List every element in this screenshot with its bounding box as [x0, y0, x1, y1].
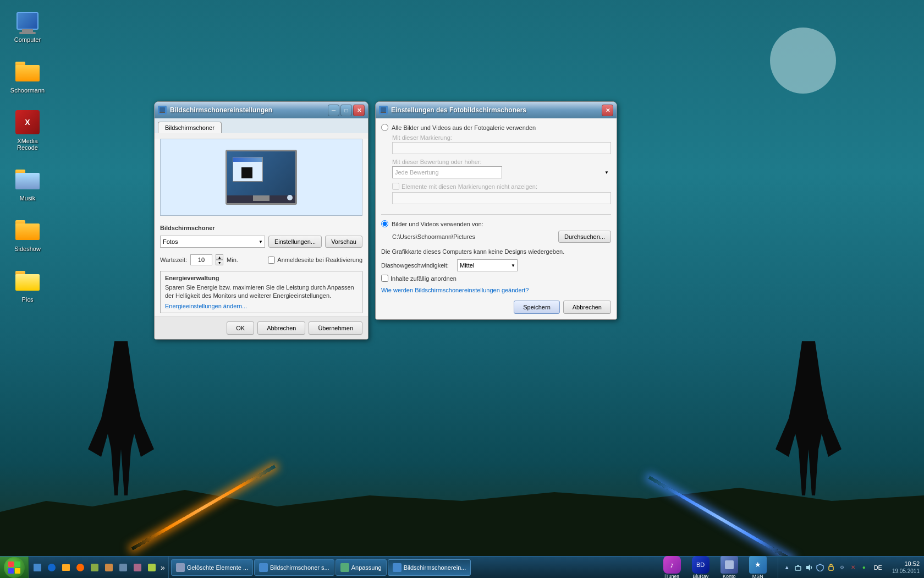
- xmedia-icon-img: X: [14, 109, 41, 135]
- ql-ff-icon[interactable]: [74, 561, 87, 574]
- energy-text: Sparen Sie Energie bzw. maximieren Sie d…: [165, 283, 358, 301]
- photo-cancel-button[interactable]: Abbrechen: [563, 301, 611, 314]
- svg-rect-4: [795, 566, 801, 570]
- exclude-input[interactable]: [392, 192, 611, 204]
- spin-up-button[interactable]: ▲: [216, 254, 223, 260]
- task-ss1-label: Bildschirmschoner s...: [270, 564, 329, 571]
- ql-show-desktop[interactable]: [31, 561, 44, 574]
- exclude-checkbox[interactable]: [392, 183, 399, 190]
- tray-icon1[interactable]: ▲: [783, 563, 791, 572]
- speed-row: Diashowgeschwindigkeit: Langsam Mittel S…: [381, 259, 611, 271]
- desktop-icon-computer[interactable]: Computer: [6, 6, 50, 45]
- rating-select[interactable]: Jede Bewertung: [392, 166, 502, 178]
- radio-folder[interactable]: [381, 220, 388, 227]
- ql-icon7[interactable]: [117, 561, 130, 574]
- task-screensaver1[interactable]: Bildschirmschoner s...: [254, 559, 334, 576]
- shuffle-row: Inhalte zufällig anordnen: [381, 275, 611, 282]
- resume-label: Anmeldeseite bei Reaktivierung: [277, 257, 362, 263]
- save-button[interactable]: Speichern: [514, 301, 560, 314]
- itunes-label: iTunes: [664, 574, 679, 579]
- radio-folder-row: Bilder und Videos verwenden von:: [381, 220, 611, 227]
- desktop-icon-sideshow[interactable]: Sideshow: [6, 215, 50, 254]
- task-screensaver2[interactable]: Bildschirmschonerein...: [388, 559, 471, 576]
- dock-apps: ♪ iTunes BD BluRay Konto ★ MSN: [652, 556, 778, 579]
- photo-dialog-content: Alle Bilder und Videos aus der Fotogaler…: [376, 118, 617, 319]
- tray-icon-extra2[interactable]: ✕: [849, 563, 857, 572]
- help-link[interactable]: Wie werden Bildschirmschonereinstellunge…: [381, 287, 529, 293]
- screensaver-section-label: Bildschirmschoner: [160, 225, 210, 231]
- apply-button[interactable]: Übernehmen: [309, 321, 362, 335]
- svg-rect-3: [381, 112, 386, 113]
- win-logo-red: [8, 561, 14, 567]
- ql-icon9[interactable]: [145, 561, 158, 574]
- shuffle-checkbox[interactable]: [381, 275, 388, 282]
- musik-icon-label: Musik: [20, 195, 36, 201]
- task-deleted[interactable]: Gelöschte Elemente ...: [171, 559, 253, 576]
- task-personalization[interactable]: Anpassung: [336, 559, 387, 576]
- task-personal-icon: [340, 563, 349, 572]
- task-deleted-label: Gelöschte Elemente ...: [187, 564, 248, 571]
- desktop-icon-xmedia[interactable]: X XMedia Recode: [6, 107, 50, 153]
- tray-volume-icon[interactable]: [805, 563, 813, 572]
- speed-select[interactable]: Langsam Mittel Schnell: [457, 259, 518, 271]
- screensaver-close-button[interactable]: ✕: [353, 105, 365, 116]
- resume-checkbox[interactable]: [268, 257, 275, 264]
- ok-button[interactable]: OK: [227, 321, 254, 335]
- tray-security-icon[interactable]: [827, 563, 835, 572]
- tray-icon-extra1[interactable]: ⚙: [838, 563, 846, 572]
- ql-icon5[interactable]: [88, 561, 101, 574]
- wait-label: Wartezeit:: [160, 257, 187, 263]
- start-button[interactable]: [0, 557, 29, 579]
- spin-down-button[interactable]: ▼: [216, 260, 223, 265]
- preview-black-box: [241, 167, 252, 178]
- screensaver-window-title: Bildschirmschonereinstellungen: [170, 106, 328, 114]
- preview-monitor-stand: [253, 195, 270, 201]
- screensaver-preview-button[interactable]: Vorschau: [325, 236, 362, 248]
- svg-rect-1: [160, 112, 165, 113]
- photo-dialog-close-button[interactable]: ✕: [602, 105, 613, 116]
- wait-unit-label: Min.: [227, 257, 238, 263]
- ql-icon6[interactable]: [102, 561, 116, 574]
- radio-all-label: Alle Bilder und Videos aus der Fotogaler…: [392, 124, 536, 131]
- ql-icon8[interactable]: [131, 561, 144, 574]
- tray-icon-extra3[interactable]: ●: [860, 563, 868, 572]
- desktop-icon-pics[interactable]: Pics: [6, 265, 50, 305]
- screensaver-maximize-button[interactable]: □: [340, 105, 352, 116]
- preview-slider-dot: [287, 195, 293, 200]
- taskbar-tasks: Gelöschte Elemente ... Bildschirmschoner…: [169, 557, 652, 578]
- dock-msn[interactable]: ★ MSN: [749, 556, 767, 579]
- dock-itunes[interactable]: ♪ iTunes: [663, 556, 681, 579]
- wait-input[interactable]: 10: [190, 254, 212, 265]
- tray-network-icon[interactable]: [794, 563, 802, 572]
- dock-bluray[interactable]: BD BluRay: [692, 556, 710, 579]
- screensaver-select[interactable]: Fotos: [160, 236, 265, 248]
- speed-label: Diashowgeschwindigkeit:: [381, 262, 453, 269]
- msn-label: MSN: [752, 574, 763, 579]
- task-personal-label: Anpassung: [351, 564, 382, 571]
- resume-checkbox-row: Anmeldeseite bei Reaktivierung: [268, 257, 362, 264]
- tab-bildschirmschoner[interactable]: Bildschirmschoner: [158, 122, 222, 133]
- ql-folder-icon[interactable]: [59, 561, 73, 574]
- desktop-icon-musik[interactable]: Musik: [6, 164, 50, 204]
- screensaver-dialog: Bildschirmschonereinstellungen ─ □ ✕ Bil…: [154, 101, 369, 340]
- ql-ie-icon[interactable]: [45, 561, 58, 574]
- energy-link[interactable]: Energieeinstellungen ändern...: [165, 303, 358, 309]
- radio-all[interactable]: [381, 124, 388, 131]
- screensaver-window-controls: ─ □ ✕: [328, 105, 365, 116]
- desktop-icon-schoormann[interactable]: Schoormann: [6, 56, 50, 96]
- marking-section: Mit dieser Markierung:: [392, 134, 611, 159]
- marking-input[interactable]: [392, 142, 611, 154]
- browse-button[interactable]: Durchsuchen...: [558, 231, 611, 243]
- screensaver-settings-button[interactable]: Einstellungen...: [268, 236, 322, 248]
- musik-icon-img: [14, 166, 41, 193]
- screensaver-minimize-button[interactable]: ─: [328, 105, 339, 116]
- svg-rect-6: [829, 566, 833, 570]
- ql-expand-icon[interactable]: »: [160, 563, 166, 572]
- dock-konto[interactable]: Konto: [721, 556, 738, 579]
- bluray-label: BluRay: [692, 574, 708, 579]
- clock-time: 10:52: [892, 560, 920, 568]
- tray-shield-icon[interactable]: [816, 563, 824, 572]
- cancel-button[interactable]: Abbrechen: [257, 321, 305, 335]
- task-ss1-icon: [259, 563, 268, 572]
- folder-path: C:\Users\Schoormann\Pictures: [392, 233, 555, 240]
